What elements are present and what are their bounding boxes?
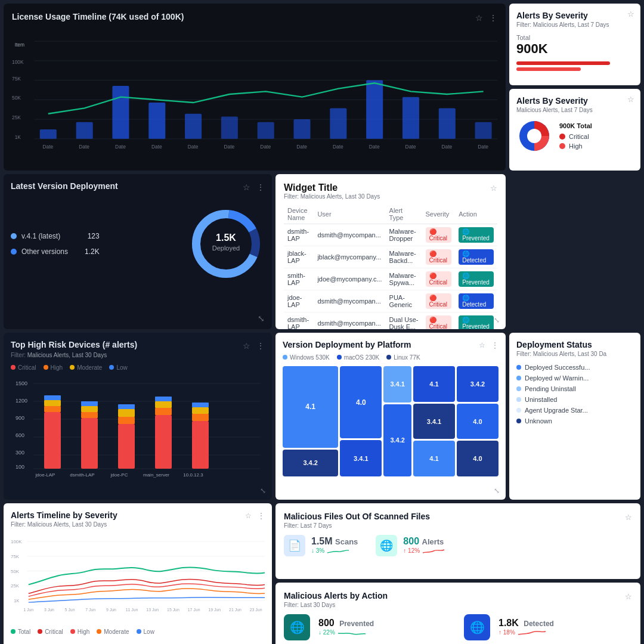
detected-stat: 🌐 1.8K Detected ↑ 18% xyxy=(464,614,632,640)
alerts-severity-top-widget: Alerts By Severity Filter: Malicious Ale… xyxy=(509,4,640,85)
action-badge: 🌐 Detected xyxy=(459,249,494,265)
svg-rect-68 xyxy=(118,404,135,409)
donut-chart: 1.5K Deployed xyxy=(187,205,265,283)
version-dot-1 xyxy=(11,233,17,239)
treemap-cell: 3.4.2 xyxy=(457,366,499,402)
svg-rect-62 xyxy=(81,412,98,418)
svg-rect-73 xyxy=(192,421,209,469)
svg-rect-12 xyxy=(40,129,57,139)
version-legend-item-1: v.4.1 (latest) 123 xyxy=(11,232,100,240)
detected-val: 1.8K xyxy=(499,618,519,628)
star-icon-ma[interactable]: ☆ xyxy=(625,592,632,601)
alerts-trend: ↑ 12% xyxy=(403,547,445,555)
star-icon-sev-bot[interactable]: ☆ xyxy=(627,95,634,104)
svg-text:dsmith-LAP: dsmith-LAP xyxy=(70,472,94,478)
svg-text:23 Jun: 23 Jun xyxy=(250,608,262,612)
svg-rect-69 xyxy=(155,415,172,469)
svg-rect-66 xyxy=(118,417,135,424)
dep-label-3: Pending Uninstall xyxy=(525,385,576,392)
dep-dot-2 xyxy=(516,376,521,380)
svg-text:Date: Date xyxy=(369,144,380,150)
pin-icon[interactable]: ☆ xyxy=(475,13,483,23)
legend-moderate-dot: Moderate xyxy=(70,363,102,371)
prevented-stat: 🌐 800 Prevented ↓ 22% xyxy=(284,614,452,640)
svg-text:Date: Date xyxy=(441,144,452,150)
menu-icon-lv[interactable]: ⋮ xyxy=(256,182,265,192)
action-badge: 🌐 Prevented xyxy=(459,271,494,287)
svg-text:10.0.12.3: 10.0.12.3 xyxy=(183,472,203,478)
severity-badge: 🔴 Critical xyxy=(426,271,452,287)
svg-text:1K: 1K xyxy=(15,134,21,140)
svg-text:300: 300 xyxy=(16,450,24,456)
svg-rect-72 xyxy=(155,397,172,401)
top-risk-widget: Top High Risk Devices (# alerts) ☆ ⋮ Fil… xyxy=(4,333,272,500)
treemap: 4.1 3.4.2 4.0 3.4.1 3.4.1 3.4.2 4.1 3.4.… xyxy=(283,366,499,476)
total-label: Total xyxy=(516,34,633,41)
action-badge: 🌐 Prevented xyxy=(459,315,494,329)
risk-chart: 1500 1200 900 600 300 100 Alerts xyxy=(11,376,265,478)
svg-rect-60 xyxy=(44,395,61,400)
legend-high-dot: High xyxy=(44,363,63,371)
svg-text:50K: 50K xyxy=(11,569,20,574)
svg-rect-17 xyxy=(221,116,238,138)
svg-text:main_server: main_server xyxy=(143,472,169,478)
svg-text:600: 600 xyxy=(16,432,24,438)
version-legend-item-2: Other versions 1.2K xyxy=(11,247,100,256)
dep-dot-1 xyxy=(516,365,521,370)
svg-text:21 Jun: 21 Jun xyxy=(229,608,242,612)
table-filter: Filter: Malicious Alerts, Last 30 Days xyxy=(284,193,497,200)
svg-rect-18 xyxy=(258,122,274,139)
treemap-cell: 4.0 xyxy=(340,366,382,438)
alerts-sev-top-title: Alerts By Severity xyxy=(516,11,633,20)
svg-rect-67 xyxy=(118,409,135,417)
menu-icon-risk[interactable]: ⋮ xyxy=(256,341,265,351)
severity-badge: 🔴 Critical xyxy=(426,227,452,243)
svg-text:1 Jun: 1 Jun xyxy=(23,608,33,612)
scans-val: 1.5M xyxy=(311,536,333,546)
svg-rect-15 xyxy=(148,103,165,139)
severity-badge: 🔴 Critical xyxy=(426,293,452,309)
alerts-severity-bottom-widget: Alerts By Severity Malicious Alerts, Las… xyxy=(509,89,640,171)
svg-text:Date: Date xyxy=(151,144,162,150)
widget-table: Widget Title ☆ Filter: Malicious Alerts,… xyxy=(275,174,506,329)
treemap-cell: 4.0 xyxy=(457,441,499,476)
svg-text:Date: Date xyxy=(79,144,89,150)
treemap-cell: 3.4.1 xyxy=(383,366,411,402)
pin-icon-risk[interactable]: ☆ xyxy=(243,341,250,351)
treemap-cell: 3.4.2 xyxy=(383,404,411,476)
svg-text:100: 100 xyxy=(16,464,24,470)
svg-text:9 Jun: 9 Jun xyxy=(106,608,116,612)
menu-icon[interactable]: ⋮ xyxy=(489,13,497,23)
svg-rect-61 xyxy=(81,418,98,469)
risk-filter: Filter: Malicious Alerts, Last 30 Days xyxy=(11,352,265,358)
expand-icon-vdp[interactable]: ⤡ xyxy=(494,487,500,495)
dep-dot-6 xyxy=(516,419,521,423)
svg-rect-23 xyxy=(439,108,456,138)
star-icon-table[interactable]: ☆ xyxy=(490,184,497,193)
menu-icon-timeline[interactable]: ⋮ xyxy=(258,512,265,520)
version-deployment-widget: Version Deployment by Platform ☆ ⋮ Windo… xyxy=(275,333,506,500)
pin-icon-lv[interactable]: ☆ xyxy=(243,182,250,192)
malicious-alerts-widget: Malicious Alerts by Action ☆ Filter: Las… xyxy=(275,583,640,644)
dep-item-2: Deployed w/ Warnin... xyxy=(516,373,633,383)
right-bottom-col: Malicious Files Out Of Scanned Files ☆ F… xyxy=(275,503,640,644)
svg-text:25K: 25K xyxy=(12,114,21,120)
treemap-cell: 4.1 xyxy=(413,366,455,402)
version-dot-2 xyxy=(11,249,17,255)
star-icon-mf[interactable]: ☆ xyxy=(625,513,632,522)
treemap-cell: 3.4.2 xyxy=(283,450,338,477)
expand-icon-table[interactable]: ⤡ xyxy=(494,316,500,324)
file-icon: 📄 xyxy=(284,535,305,556)
expand-icon-lv[interactable]: ⤡ xyxy=(258,314,265,323)
scans-trend: ↓ 3% xyxy=(311,547,358,555)
svg-text:100K: 100K xyxy=(11,539,22,544)
star-icon-sev-top[interactable]: ☆ xyxy=(627,10,634,18)
table-title: Widget Title xyxy=(284,182,338,193)
star-icon-vdp[interactable]: ☆ xyxy=(479,341,485,349)
star-icon-timeline[interactable]: ☆ xyxy=(245,512,252,520)
expand-icon-risk[interactable]: ⤡ xyxy=(260,487,266,495)
col-alert-type: Alert Type xyxy=(386,205,422,224)
svg-rect-20 xyxy=(330,108,346,138)
menu-icon-vdp[interactable]: ⋮ xyxy=(491,341,499,349)
scans-label: Scans xyxy=(335,537,358,546)
